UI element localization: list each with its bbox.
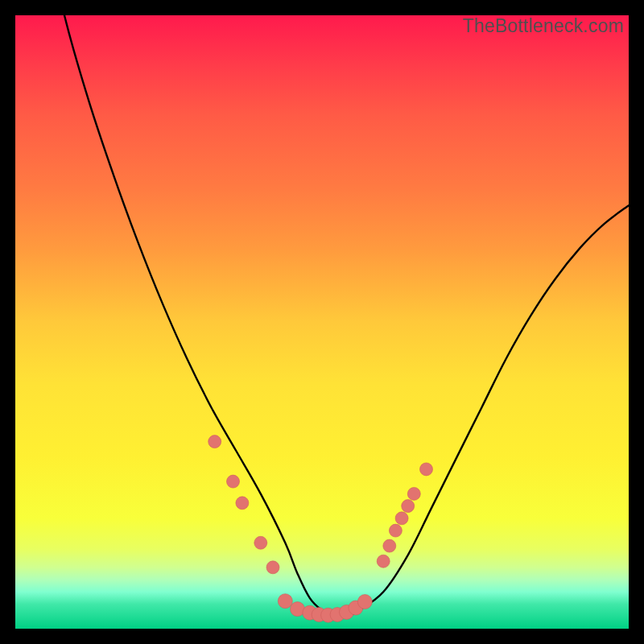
data-marker (266, 561, 279, 574)
data-marker (208, 436, 221, 448)
chart-frame: TheBottleneck.com (0, 0, 644, 644)
data-marker (395, 512, 408, 525)
data-marker (357, 595, 372, 609)
data-markers (208, 436, 433, 623)
bottleneck-curve (15, 15, 629, 617)
data-marker (383, 539, 396, 552)
data-marker (402, 500, 415, 513)
data-marker (377, 555, 390, 568)
data-marker (407, 487, 420, 500)
chart-plot-area: TheBottleneck.com (15, 15, 629, 629)
data-marker (227, 475, 240, 488)
data-marker (236, 497, 249, 510)
data-marker (389, 524, 402, 537)
data-marker (278, 594, 292, 609)
data-marker (420, 463, 433, 476)
bottleneck-chart-svg (15, 15, 629, 629)
data-marker (254, 536, 267, 549)
